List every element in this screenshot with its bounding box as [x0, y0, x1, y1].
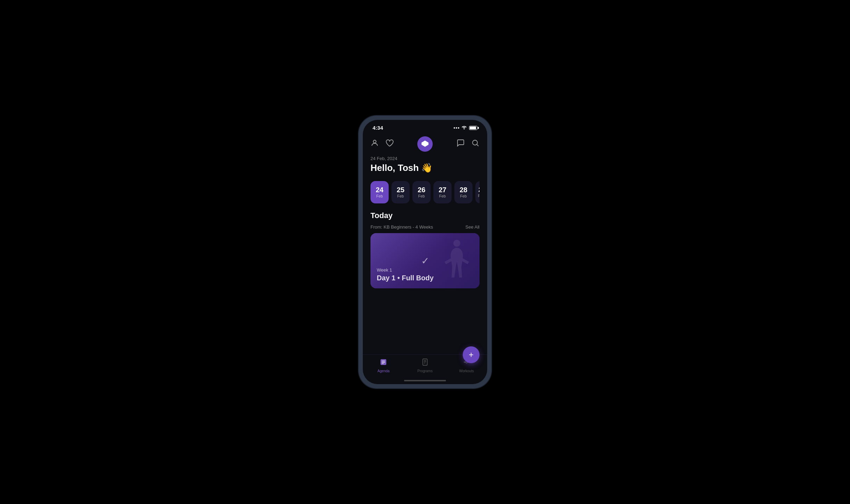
workout-title: Day 1 • Full Body — [377, 274, 434, 282]
cal-num: 26 — [418, 186, 425, 193]
main-content: 24 Feb, 2024 Hello, Tosh 👋 24 Feb 25 Feb… — [363, 156, 487, 354]
cal-month: Feb — [460, 194, 467, 198]
search-icon[interactable] — [471, 139, 480, 149]
calendar-day-26[interactable]: 26 Feb — [412, 181, 431, 203]
workout-card-text: Week 1 Day 1 • Full Body — [377, 267, 434, 282]
cal-month: Feb — [397, 194, 404, 198]
program-label: From: KB Beginners - 4 Weeks — [370, 224, 433, 230]
wifi-icon — [461, 125, 467, 130]
cal-month: Feb — [418, 194, 425, 198]
cal-month: Feb — [439, 194, 446, 198]
battery-icon — [469, 126, 477, 130]
cal-num: 2 — [478, 187, 480, 193]
tab-programs[interactable]: Programs — [404, 358, 446, 373]
date-label: 24 Feb, 2024 — [370, 156, 480, 161]
bottom-nav: + Agenda — [363, 354, 487, 380]
workout-card[interactable]: ✓ Week 1 Day 1 • Full Body — [370, 233, 480, 288]
heart-icon[interactable] — [385, 139, 394, 149]
checkmark-icon: ✓ — [421, 255, 429, 267]
cal-num: 27 — [439, 186, 446, 193]
phone-frame: 4:34 — [359, 116, 491, 388]
today-title: Today — [370, 211, 480, 220]
workouts-label: Workouts — [459, 369, 474, 373]
status-bar: 4:34 — [363, 120, 487, 134]
svg-point-0 — [373, 140, 376, 143]
nav-right — [456, 139, 480, 149]
nav-left — [370, 139, 394, 149]
workout-figure — [441, 239, 473, 282]
svg-rect-7 — [382, 361, 385, 361]
phone-screen: 4:34 — [363, 120, 487, 384]
programs-label: Programs — [417, 369, 432, 373]
svg-point-3 — [473, 140, 477, 145]
status-time: 4:34 — [373, 125, 383, 131]
programs-icon — [421, 358, 429, 368]
svg-rect-9 — [382, 363, 384, 364]
agenda-icon — [380, 358, 387, 368]
calendar-strip: 24 Feb 25 Feb 26 Feb 27 Feb 28 Feb — [370, 181, 480, 203]
agenda-label: Agenda — [377, 369, 389, 373]
logo-icon — [421, 139, 429, 149]
cal-num: 25 — [397, 186, 404, 193]
logo-button[interactable] — [417, 136, 433, 152]
workout-week: Week 1 — [377, 267, 434, 273]
cal-month: Fe — [478, 194, 480, 198]
see-all-link[interactable]: See All — [466, 224, 480, 230]
fab-add-button[interactable]: + — [463, 346, 480, 363]
calendar-day-partial[interactable]: 2 Fe — [475, 181, 480, 203]
calendar-day-24[interactable]: 24 Feb — [370, 181, 389, 203]
calendar-day-27[interactable]: 27 Feb — [433, 181, 452, 203]
header-nav — [363, 134, 487, 156]
cal-month: Feb — [376, 194, 383, 198]
calendar-day-25[interactable]: 25 Feb — [391, 181, 410, 203]
cal-num: 28 — [460, 186, 467, 193]
svg-rect-10 — [423, 359, 427, 365]
greeting-text: Hello, Tosh 👋 — [370, 163, 480, 173]
svg-rect-8 — [382, 362, 385, 362]
svg-point-5 — [453, 240, 460, 247]
signal-icon — [454, 127, 459, 129]
home-indicator — [404, 380, 446, 381]
program-header: From: KB Beginners - 4 Weeks See All — [370, 224, 480, 230]
tab-agenda[interactable]: Agenda — [363, 358, 404, 373]
svg-line-4 — [477, 145, 479, 146]
calendar-day-28[interactable]: 28 Feb — [454, 181, 473, 203]
profile-icon[interactable] — [370, 139, 379, 149]
chat-icon[interactable] — [456, 139, 465, 149]
fab-plus-icon: + — [469, 350, 474, 360]
cal-num: 24 — [376, 186, 383, 193]
status-icons — [454, 125, 477, 130]
